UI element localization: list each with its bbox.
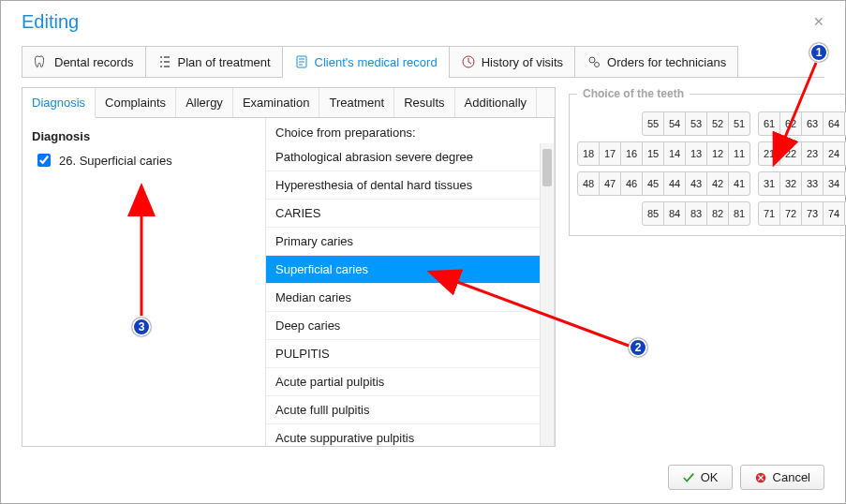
preparations-header: Choice from preparations: (266, 118, 554, 143)
prep-item[interactable]: Acute partial pulpitis (266, 368, 554, 396)
subtab-allergy[interactable]: Allergy (176, 88, 233, 117)
prep-item[interactable]: Acute suppurative pulpitis (266, 424, 554, 446)
prep-item[interactable]: Acute fulll pulpitis (266, 396, 554, 424)
tooth-24[interactable]: 24 (823, 141, 845, 166)
tooth-64[interactable]: 64 (823, 111, 845, 136)
tooth-22[interactable]: 22 (779, 141, 802, 166)
tooth-83[interactable]: 83 (685, 201, 707, 226)
subtab-examination[interactable]: Examination (233, 88, 320, 117)
tooth-32[interactable]: 32 (779, 171, 802, 196)
scrollbar-thumb[interactable] (542, 149, 552, 186)
scrollbar[interactable] (540, 143, 554, 446)
tooth-42[interactable]: 42 (706, 171, 729, 196)
subtab-complaints[interactable]: Complaints (96, 88, 176, 117)
tooth-21[interactable]: 21 (758, 141, 780, 166)
tab-dental-records[interactable]: Dental records (22, 46, 146, 77)
diagnosis-column: Diagnosis 26. Superficial caries (22, 118, 266, 446)
tooth-71[interactable]: 71 (758, 201, 780, 226)
tooth-14[interactable]: 14 (663, 141, 686, 166)
tooth-55[interactable]: 55 (642, 111, 664, 136)
cancel-button[interactable]: Cancel (740, 465, 824, 490)
tooth-61[interactable]: 61 (758, 111, 780, 136)
cancel-icon (754, 471, 767, 484)
prep-item[interactable]: Pathological abrasion severe degree (266, 143, 554, 171)
left-panel: Diagnosis Complaints Allergy Examination… (22, 87, 556, 447)
main-tab-label: Dental records (54, 55, 134, 69)
tooth-54[interactable]: 54 (663, 111, 686, 136)
tooth-81[interactable]: 81 (728, 201, 750, 226)
tooth-72[interactable]: 72 (779, 201, 802, 226)
prep-item[interactable]: Hyperesthesia of dental hard tissues (266, 171, 554, 200)
diagnosis-checkbox[interactable] (37, 154, 51, 167)
tooth-47[interactable]: 47 (599, 171, 621, 196)
tooth-44[interactable]: 44 (663, 171, 686, 196)
tooth-82[interactable]: 82 (706, 201, 729, 226)
tooth-33[interactable]: 33 (801, 171, 824, 196)
tooth-51[interactable]: 51 (728, 111, 750, 136)
tooth-46[interactable]: 46 (620, 171, 643, 196)
tooth-63[interactable]: 63 (801, 111, 824, 136)
tooth-15[interactable]: 15 (642, 141, 664, 166)
main-tabs: Dental records Plan of treatment Client'… (22, 46, 824, 78)
tooth-41[interactable]: 41 (728, 171, 750, 196)
svg-point-2 (589, 57, 595, 63)
preparations-list: Pathological abrasion severe degree Hype… (266, 143, 554, 446)
tooth-52[interactable]: 52 (706, 111, 729, 136)
tooth-43[interactable]: 43 (685, 171, 707, 196)
prep-item[interactable]: CARIES (266, 200, 554, 228)
ok-button-label: OK (701, 470, 719, 484)
subtab-treatment[interactable]: Treatment (319, 88, 394, 117)
tooth-45[interactable]: 45 (642, 171, 664, 196)
tooth-48[interactable]: 48 (577, 171, 600, 196)
annotation-marker-3: 3 (132, 318, 151, 336)
check-icon (682, 471, 695, 484)
tooth-12[interactable]: 12 (706, 141, 729, 166)
tooth-18[interactable]: 18 (577, 141, 600, 166)
tab-medical-record[interactable]: Client's medical record (282, 46, 450, 77)
ok-button[interactable]: OK (668, 465, 733, 490)
tooth-13[interactable]: 13 (685, 141, 707, 166)
subtab-results[interactable]: Results (394, 88, 454, 117)
tab-plan-of-treatment[interactable]: Plan of treatment (145, 46, 283, 77)
diagnosis-item-label: 26. Superficial caries (59, 154, 172, 168)
teeth-panel: Choice of the teeth 55545352516162636465… (567, 87, 824, 447)
main-tab-label: Client's medical record (315, 55, 438, 69)
preparations-column: Choice from preparations: Pathological a… (266, 118, 555, 446)
annotation-marker-2: 2 (629, 338, 647, 357)
prep-item[interactable]: Primary caries (266, 228, 554, 256)
tooth-62[interactable]: 62 (779, 111, 802, 136)
clock-icon (461, 54, 476, 69)
list-icon (157, 54, 172, 69)
tooth-34[interactable]: 34 (823, 171, 845, 196)
close-icon[interactable]: ✕ (809, 10, 828, 33)
diagnosis-item[interactable]: 26. Superficial caries (32, 147, 256, 173)
tooth-17[interactable]: 17 (599, 141, 621, 166)
sub-tabs: Diagnosis Complaints Allergy Examination… (22, 88, 555, 118)
tooth-85[interactable]: 85 (642, 201, 664, 226)
teeth-legend: Choice of the teeth (577, 87, 690, 100)
subtab-additionally[interactable]: Additionally (455, 88, 538, 117)
prep-item[interactable]: Deep caries (266, 312, 554, 340)
tooth-73[interactable]: 73 (801, 201, 824, 226)
main-tab-label: History of visits (482, 55, 563, 69)
subtab-diagnosis[interactable]: Diagnosis (22, 88, 96, 118)
main-tab-label: Plan of treatment (178, 55, 271, 69)
tooth-84[interactable]: 84 (663, 201, 686, 226)
tooth-16[interactable]: 16 (620, 141, 643, 166)
tooth-23[interactable]: 23 (801, 141, 824, 166)
document-icon (294, 54, 309, 69)
tooth-11[interactable]: 11 (728, 141, 750, 166)
prep-item-selected[interactable]: Superficial caries (266, 256, 554, 284)
annotation-marker-1: 1 (809, 43, 828, 62)
diagnosis-header: Diagnosis (32, 126, 256, 147)
prep-item[interactable]: PULPITIS (266, 340, 554, 368)
tooth-53[interactable]: 53 (685, 111, 707, 136)
tab-history-of-visits[interactable]: History of visits (449, 46, 575, 77)
prep-item[interactable]: Median caries (266, 284, 554, 312)
cancel-button-label: Cancel (773, 470, 810, 484)
tooth-31[interactable]: 31 (758, 171, 780, 196)
svg-point-3 (595, 63, 600, 67)
tooth-74[interactable]: 74 (823, 201, 845, 226)
gears-icon (586, 54, 601, 69)
tab-orders-for-technicians[interactable]: Orders for technicians (574, 46, 738, 77)
